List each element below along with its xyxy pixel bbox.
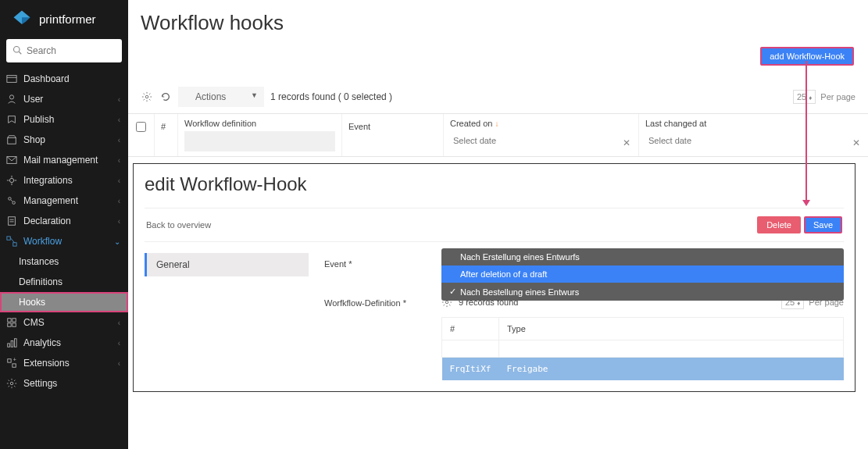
- workflow-definition-label: Worfkflow-Definition *: [324, 298, 426, 308]
- save-button[interactable]: Save: [804, 216, 842, 233]
- col-hash: #: [155, 114, 178, 156]
- back-to-overview-link[interactable]: Back to overview: [146, 220, 211, 230]
- add-workflow-hook-button[interactable]: add Workflow-Hook: [760, 47, 854, 66]
- cms-icon: [6, 317, 17, 328]
- definition-table: # Type FrqItiXf Freigabe: [441, 317, 844, 380]
- management-icon: [6, 195, 17, 206]
- integrations-icon: [6, 175, 17, 186]
- clear-created-date-icon[interactable]: ✕: [623, 137, 630, 148]
- svg-rect-28: [8, 359, 11, 362]
- chevron-left-icon: ‹: [118, 217, 120, 226]
- sidebar-item-declaration[interactable]: Declaration ‹: [0, 211, 128, 231]
- svg-point-31: [10, 382, 13, 385]
- caret-down-icon: ▼: [251, 91, 258, 99]
- col-workflow-definition: Workflow definition: [178, 114, 342, 156]
- changed-date-filter[interactable]: [645, 131, 862, 150]
- annotation-arrow: [805, 61, 807, 201]
- event-option[interactable]: After deletion of a draft: [441, 265, 844, 283]
- col-last-changed: Last changed at ✕: [639, 114, 868, 156]
- sidebar-sub-hooks[interactable]: Hooks: [0, 292, 128, 312]
- analytics-icon: [6, 337, 17, 348]
- svg-line-14: [11, 200, 13, 201]
- svg-point-32: [145, 95, 148, 98]
- chevron-left-icon: ‹: [118, 319, 120, 327]
- created-date-filter[interactable]: [450, 131, 632, 150]
- sidebar-item-cms[interactable]: CMS ‹: [0, 312, 128, 333]
- sidebar-item-dashboard[interactable]: Dashboard: [0, 69, 128, 89]
- tab-general[interactable]: General: [145, 253, 309, 276]
- sidebar-item-analytics[interactable]: Analytics ‹: [0, 333, 128, 353]
- event-dropdown[interactable]: Nach Erstellung eines Entwurfs After del…: [441, 248, 844, 301]
- brand-logo-icon: [11, 8, 33, 30]
- per-page-select[interactable]: 25 ♦: [793, 90, 816, 104]
- search-box[interactable]: [6, 39, 122, 62]
- sidebar: printformer Dashboard User ‹ Publish ‹ S…: [0, 0, 128, 449]
- declaration-icon: [6, 216, 17, 226]
- svg-point-13: [13, 201, 16, 205]
- sidebar-item-publish[interactable]: Publish ‹: [0, 109, 128, 130]
- main-content: Workflow hooks add Workflow-Hook Actions…: [128, 0, 868, 449]
- sidebar-item-integrations[interactable]: Integrations ‹: [0, 170, 128, 191]
- event-label: Event *: [324, 259, 426, 269]
- search-icon: [13, 44, 22, 58]
- chevron-left-icon: ‹: [118, 116, 120, 124]
- svg-point-12: [9, 198, 12, 201]
- event-option[interactable]: ✓Nach Bestellung eines Entwurs: [441, 283, 844, 301]
- search-input[interactable]: [27, 45, 116, 56]
- chevron-left-icon: ‹: [118, 339, 120, 347]
- brand-name: printformer: [39, 12, 96, 26]
- dashboard-icon: [6, 73, 17, 84]
- sidebar-item-management[interactable]: Management ‹: [0, 191, 128, 211]
- sidebar-sub-instances[interactable]: Instances: [0, 251, 128, 272]
- svg-rect-24: [13, 323, 16, 326]
- svg-rect-18: [7, 237, 10, 240]
- table-header: # Workflow definition Event Created on ↓…: [128, 113, 868, 157]
- delete-button[interactable]: Delete: [757, 216, 801, 233]
- svg-rect-25: [8, 344, 10, 347]
- actions-dropdown[interactable]: Actions ▼: [178, 87, 264, 107]
- svg-rect-15: [9, 217, 16, 226]
- page-title: Workflow hooks: [128, 0, 868, 43]
- svg-line-1: [19, 52, 21, 54]
- clear-changed-date-icon[interactable]: ✕: [852, 137, 860, 148]
- select-all-checkbox[interactable]: [136, 122, 146, 132]
- user-icon: [6, 94, 17, 105]
- svg-rect-5: [8, 137, 16, 144]
- brand: printformer: [0, 0, 128, 39]
- def-row-hash: FrqItiXf: [442, 358, 499, 381]
- chevron-down-icon: ⌄: [114, 237, 120, 246]
- chevron-left-icon: ‹: [118, 176, 120, 185]
- sidebar-item-settings[interactable]: Settings: [0, 373, 128, 394]
- def-row-type: Freigabe: [498, 358, 843, 381]
- sidebar-item-workflow[interactable]: Workflow ⌄: [0, 231, 128, 251]
- sidebar-item-mail[interactable]: Mail management ‹: [0, 150, 128, 170]
- svg-rect-2: [7, 76, 16, 83]
- sort-desc-icon[interactable]: ↓: [495, 119, 499, 128]
- settings-icon[interactable]: [141, 91, 153, 103]
- sidebar-item-user[interactable]: User ‹: [0, 89, 128, 109]
- refresh-icon[interactable]: [159, 91, 172, 103]
- sidebar-item-extensions[interactable]: +Extensions ‹: [0, 353, 128, 373]
- sidebar-item-shop[interactable]: Shop ‹: [0, 130, 128, 150]
- sidebar-sub-definitions[interactable]: Definitions: [0, 272, 128, 292]
- def-col-type: Type: [498, 318, 843, 340]
- svg-point-7: [9, 178, 13, 182]
- edit-panel: edit Workflow-Hook Back to overview Dele…: [133, 163, 855, 392]
- col-event: Event: [342, 114, 444, 156]
- chevron-left-icon: ‹: [118, 95, 120, 104]
- workflow-def-filter[interactable]: [184, 131, 335, 151]
- event-option[interactable]: Nach Erstellung eines Entwurfs: [441, 248, 844, 265]
- table-row[interactable]: FrqItiXf Freigabe: [442, 358, 844, 381]
- svg-rect-23: [8, 323, 11, 326]
- svg-point-0: [14, 47, 20, 53]
- publish-icon: [6, 114, 17, 125]
- toolbar: Actions ▼ 1 records found ( 0 selected )…: [128, 87, 868, 107]
- check-icon: ✓: [449, 287, 457, 297]
- chevron-left-icon: ‹: [118, 197, 120, 205]
- svg-line-20: [10, 238, 14, 243]
- def-col-hash: #: [442, 318, 499, 340]
- edit-title: edit Workflow-Hook: [145, 173, 844, 195]
- chevron-left-icon: ‹: [118, 359, 120, 368]
- shop-icon: [6, 134, 17, 145]
- chevron-left-icon: ‹: [118, 156, 120, 165]
